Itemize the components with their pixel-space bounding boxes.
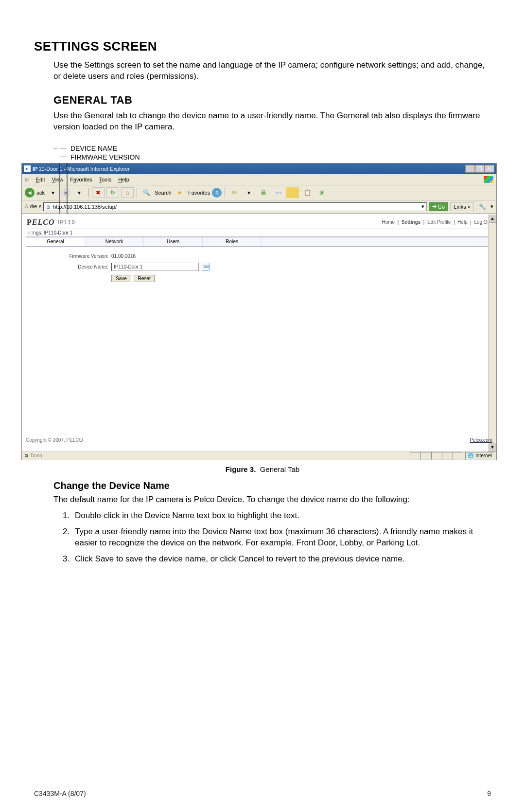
pelco-model: IP110 — [57, 219, 75, 226]
research-button[interactable]: 📋 — [301, 187, 314, 198]
forward-button[interactable]: ► — [61, 188, 71, 198]
settings-tabs: General Network Users Roles — [26, 237, 492, 247]
pelco-top-nav: Home | Settings | Edit Profile | Help | … — [382, 219, 491, 225]
window-titlebar: e IP 10-Door 1 - Microsoft Internet Expl… — [22, 163, 496, 174]
tab-roles[interactable]: Roles — [203, 237, 262, 246]
menu-help[interactable]: Help — [118, 177, 129, 182]
tab-general[interactable]: General — [26, 237, 85, 246]
figure-caption: Figure 3. General Tab — [34, 465, 491, 473]
page-footer: C3433M-A (8/07) 9 — [34, 790, 491, 797]
para-settings-intro: Use the Settings screen to set the name … — [34, 60, 491, 82]
pelco-logo: PPELCOELCO — [27, 218, 54, 227]
ie-icon: e — [24, 165, 31, 172]
messenger-button[interactable]: ❀ — [315, 187, 328, 198]
forward-dropdown[interactable]: ▾ — [73, 187, 86, 198]
links-button[interactable]: Links » — [450, 202, 474, 211]
window-title-prefix: IP — [33, 166, 37, 172]
para-change-device-intro: The default name for the IP camera is Pe… — [34, 494, 491, 505]
search-label[interactable]: Search — [155, 190, 172, 196]
firmware-version-label: Firmware Version: — [35, 253, 108, 259]
media-button[interactable]: ♫ — [212, 188, 222, 198]
menu-edit[interactable]: Edit — [36, 177, 45, 182]
figure-general-tab: e IP 10-Door 1 - Microsoft Internet Expl… — [34, 163, 491, 473]
save-button[interactable]: Save — [111, 275, 131, 282]
menu-bar: le Edit View Favorites Tools Help — [22, 174, 496, 185]
minimize-button[interactable]: _ — [465, 165, 475, 173]
footer-page-number: 9 — [487, 790, 491, 797]
go-arrow-icon: ➜ — [432, 203, 437, 210]
nav-home[interactable]: Home — [382, 219, 395, 225]
favorites-label[interactable]: Favorites — [188, 190, 210, 196]
nav-settings[interactable]: Settings — [402, 219, 420, 225]
ie-status-bar: 🗎 Dono 🌐 Internet — [22, 451, 496, 460]
search-icon[interactable]: 🔍 — [140, 187, 153, 198]
footer-doc-id: C3433M-A (8/07) — [34, 790, 86, 797]
pelco-link[interactable]: Pelco.com — [470, 437, 492, 443]
heading-change-device-name: Change the Device Name — [53, 480, 491, 491]
tab-users[interactable]: Users — [144, 237, 203, 246]
restore-button[interactable]: ❐ — [475, 165, 485, 173]
scroll-down-arrow[interactable]: ▼ — [489, 443, 496, 451]
tab-network[interactable]: Network — [85, 237, 144, 246]
history-button[interactable]: ✉ — [228, 187, 241, 198]
change-device-steps: Double-click in the Device Name text box… — [34, 510, 491, 565]
firmware-version-value: 01.00.0016 — [111, 253, 136, 259]
menu-view[interactable]: View — [52, 177, 64, 182]
address-url: http://10.106.11.138/setup/ — [53, 204, 117, 210]
back-button[interactable]: ◄ — [25, 188, 35, 198]
heading-general-tab: GENERAL TAB — [53, 94, 491, 107]
para-general-intro: Use the General tab to change the device… — [34, 110, 491, 133]
toolbar-extra-dropdown[interactable]: ▾ — [490, 203, 493, 210]
general-tab-form: Firmware Version: 01.00.0016 Device Name… — [26, 247, 492, 289]
favorites-icon[interactable]: ★ — [174, 187, 186, 198]
internet-zone-icon: 🌐 — [468, 453, 473, 458]
step-1: Double-click in the Device Name text box… — [72, 510, 491, 522]
status-done: Dono — [31, 453, 42, 458]
pelco-copyright: Copyright © 2007, PELCO — [26, 437, 83, 443]
go-button[interactable]: ➜ Go — [429, 202, 448, 211]
step-2: Type a user-friendly name into the Devic… — [72, 526, 491, 549]
windows-flag-icon — [484, 176, 493, 183]
address-input[interactable]: 🗎 http://10.106.11.138/setup/ ▾ — [43, 202, 427, 211]
onscreen-keyboard-icon[interactable]: ⌨ — [202, 263, 210, 271]
ie-toolbar: ◄ ack ▾ ► ▾ ✖ ↻ ⌂ 🔍 Search ★ Favorites ♫… — [22, 185, 496, 200]
settings-banner: ettngs: IP110-Door 1 — [26, 229, 492, 237]
step-3: Click Save to save the device name, or c… — [72, 554, 491, 565]
edit-button[interactable]: ▭ — [272, 187, 284, 198]
menu-favorites[interactable]: Favorites — [70, 177, 92, 182]
home-button[interactable]: ⌂ — [121, 187, 134, 198]
vertical-scrollbar[interactable]: ▲ ▼ — [488, 214, 496, 451]
close-button[interactable]: ✕ — [485, 165, 494, 173]
device-name-input[interactable]: IP110-Door 1 — [111, 263, 199, 271]
figure-callout-labels: — DEVICE NAME — FIRMWARE VERSION — [53, 144, 491, 161]
address-label: dre — [30, 204, 37, 209]
heading-settings-screen: SETTINGS SCREEN — [34, 39, 491, 54]
page-content: ▲ ▼ PPELCOELCO IP110 Home | Settings | E… — [22, 214, 496, 451]
callout-device-name: DEVICE NAME — [70, 144, 117, 152]
discuss-button[interactable] — [286, 187, 299, 198]
stop-button[interactable]: ✖ — [92, 187, 105, 198]
status-zone: 🌐 Internet — [465, 452, 494, 460]
page-icon: 🗎 — [46, 204, 51, 210]
address-bar: A dre s 🗎 http://10.106.11.138/setup/ ▾ … — [22, 200, 496, 214]
nav-help[interactable]: Help — [457, 219, 468, 225]
window-title: 10-Door 1 - Microsoft Internet Explorer — [38, 166, 130, 172]
back-label[interactable]: ack — [36, 190, 45, 196]
menu-tools[interactable]: Tools — [99, 177, 111, 182]
print-button[interactable]: 🖶 — [257, 187, 270, 198]
callout-firmware-version: FIRMWARE VERSION — [70, 153, 140, 161]
mail-dropdown[interactable]: ▾ — [243, 187, 255, 198]
status-page-icon: 🗎 — [24, 453, 29, 458]
scroll-up-arrow[interactable]: ▲ — [489, 214, 496, 223]
back-dropdown[interactable]: ▾ — [47, 187, 59, 198]
nav-edit-profile[interactable]: Edit Profile — [427, 219, 451, 225]
refresh-button[interactable]: ↻ — [106, 187, 119, 198]
toolbar-extra-icon[interactable]: 🔧 — [476, 201, 489, 212]
device-name-label: Device Name: — [35, 264, 108, 270]
reset-button[interactable]: Reset — [134, 275, 155, 282]
address-dropdown[interactable]: ▾ — [421, 203, 424, 210]
